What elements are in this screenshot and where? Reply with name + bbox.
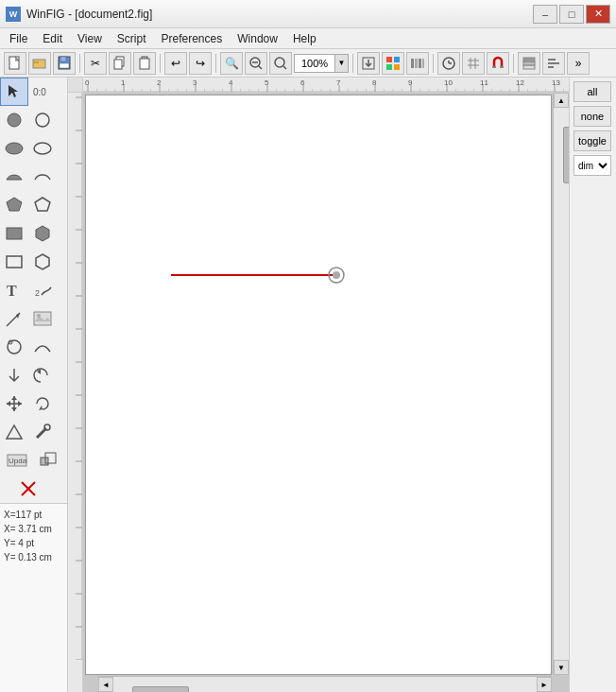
more-button[interactable]: » [567, 52, 590, 75]
svg-text:1: 1 [121, 78, 126, 87]
paste-button[interactable] [133, 52, 156, 75]
copy-button[interactable] [109, 52, 131, 75]
undo-tool[interactable] [28, 361, 57, 389]
zoom-dropdown[interactable]: ▼ [335, 54, 349, 73]
box-fill-tool[interactable] [0, 248, 28, 276]
toggle-button[interactable]: toggle [573, 130, 611, 151]
svg-rect-73 [41, 458, 48, 465]
scroll-down-button[interactable]: ▼ [554, 660, 569, 675]
svg-point-43 [36, 113, 49, 127]
rotate-tool[interactable] [28, 389, 57, 418]
scroll-up-button[interactable]: ▲ [554, 93, 569, 108]
scroll-v-thumb[interactable] [563, 127, 569, 183]
circle-fill-tool[interactable] [0, 106, 28, 134]
minimize-button[interactable]: – [533, 5, 557, 24]
scroll-right-button[interactable]: ► [537, 677, 552, 692]
svg-marker-66 [7, 401, 10, 407]
zoom-out-button[interactable] [245, 52, 267, 75]
menu-file[interactable]: File [2, 28, 35, 48]
delete-tool[interactable] [0, 475, 57, 503]
open-button[interactable] [28, 52, 51, 75]
update-tool[interactable]: Update [0, 446, 34, 475]
polygon-outline-tool[interactable] [28, 191, 57, 219]
ruler-corner [68, 78, 83, 93]
svg-rect-22 [415, 59, 418, 68]
box-outline-tool[interactable] [28, 248, 57, 276]
rect-fill-tool[interactable] [0, 219, 28, 248]
close-button[interactable]: ✕ [586, 5, 610, 24]
y-pt: Y= 4 pt [4, 536, 63, 550]
right-panel: all none toggle dim 1 2 3 [569, 78, 616, 692]
cut-button[interactable]: ✂ [84, 52, 107, 75]
redo-button[interactable]: ↪ [189, 52, 212, 75]
menu-script[interactable]: Script [110, 28, 154, 48]
grid-button[interactable] [462, 52, 485, 75]
circle3-tool[interactable] [0, 333, 28, 361]
svg-rect-17 [386, 57, 392, 62]
image-tool[interactable] [28, 304, 57, 333]
all-button[interactable]: all [573, 81, 611, 102]
arc-outline-tool[interactable] [28, 163, 57, 191]
none-button[interactable]: none [573, 106, 611, 127]
pointer-tool[interactable] [0, 78, 28, 106]
menu-help[interactable]: Help [285, 28, 324, 48]
move-down-tool[interactable] [0, 361, 28, 389]
move4-tool[interactable] [0, 389, 28, 418]
script-button[interactable] [542, 52, 565, 75]
coord-tool[interactable]: 0:0 [28, 78, 57, 106]
ellipse-fill-tool[interactable] [0, 134, 28, 163]
clock-button[interactable] [437, 52, 460, 75]
scrollbar-horizontal[interactable]: ◄ ► [98, 676, 552, 692]
tool-row-12 [0, 389, 67, 418]
menu-preferences[interactable]: Preferences [154, 28, 231, 48]
svg-text:2: 2 [157, 78, 162, 87]
sep5 [433, 54, 434, 73]
svg-text:12: 12 [516, 78, 524, 87]
new-button[interactable] [4, 52, 26, 75]
circle-outline-tool[interactable] [28, 106, 57, 134]
menu-window[interactable]: Window [230, 28, 285, 48]
undo-button[interactable]: ↩ [164, 52, 187, 75]
dim-select[interactable]: dim 1 2 3 [573, 155, 611, 176]
ellipse-outline-tool[interactable] [28, 134, 57, 163]
spline-tool[interactable]: 2 [28, 276, 57, 304]
menu-edit[interactable]: Edit [35, 28, 70, 48]
wrench-tool[interactable] [28, 418, 57, 446]
curve-tool[interactable] [28, 333, 57, 361]
canvas-area: 01234567891011121314 1234567891011121314… [68, 78, 569, 692]
menu-view[interactable]: View [70, 28, 110, 48]
svg-text:13: 13 [552, 78, 560, 87]
sep3 [215, 54, 216, 73]
zoom-box-button[interactable] [269, 52, 292, 75]
magnet-button[interactable] [487, 52, 509, 75]
triangle-tool[interactable] [0, 418, 28, 446]
maximize-button[interactable]: □ [559, 5, 584, 24]
layers-button[interactable] [518, 52, 540, 75]
export-button[interactable] [357, 52, 380, 75]
sep2 [160, 54, 161, 73]
polygon-fill-tool[interactable] [0, 191, 28, 219]
arrow-tool[interactable] [0, 304, 28, 333]
ruler-horizontal: 01234567891011121314 [83, 78, 569, 93]
svg-point-192 [333, 271, 340, 279]
zoom-input[interactable] [294, 54, 335, 73]
svg-marker-64 [11, 396, 17, 400]
scroll-left-button[interactable]: ◄ [98, 677, 113, 692]
scroll-h-thumb[interactable] [132, 686, 189, 692]
save-button[interactable] [53, 52, 76, 75]
library-button[interactable] [406, 52, 429, 75]
ruler-row: 01234567891011121314 [68, 78, 569, 93]
tool-row-9 [0, 304, 67, 333]
colors-button[interactable] [382, 52, 404, 75]
text-tool[interactable]: T [0, 276, 28, 304]
arc-fill-tool[interactable] [0, 163, 28, 191]
svg-rect-7 [114, 60, 122, 69]
svg-rect-36 [523, 58, 535, 61]
svg-rect-1 [33, 60, 45, 68]
zoom-in-button[interactable]: 🔍 [220, 52, 243, 75]
svg-text:3: 3 [193, 78, 197, 87]
scrollbar-vertical[interactable]: ▲ ▼ [553, 93, 569, 675]
compound-tool[interactable] [34, 446, 62, 475]
rect-outline-tool[interactable] [28, 219, 57, 248]
canvas-scroll-area[interactable]: ▲ ▼ ◄ ► [83, 93, 569, 692]
